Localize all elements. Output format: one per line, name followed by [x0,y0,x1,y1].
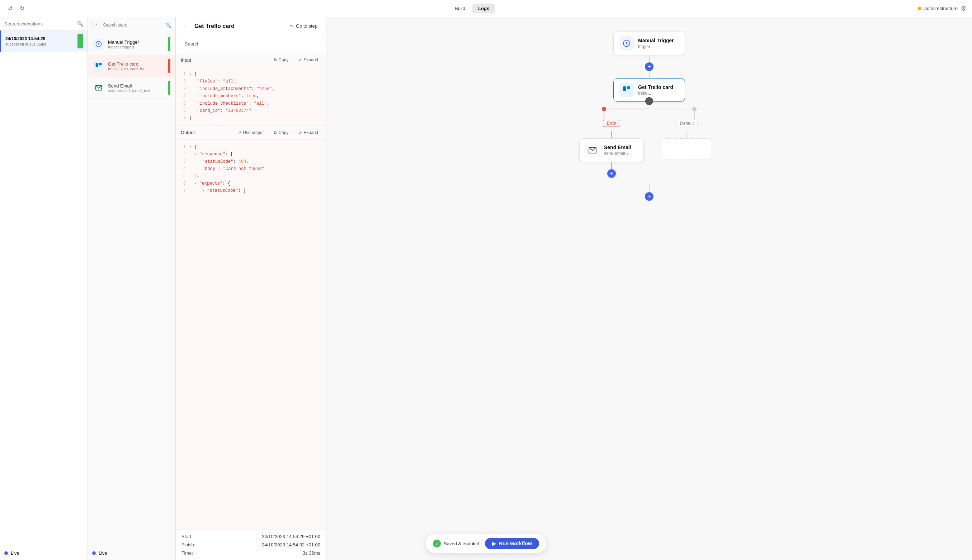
step-item-get-trello-card[interactable]: Get Trello card trello-1 (get_card_by... [88,55,175,77]
svg-rect-2 [99,63,102,66]
step-item-manual-trigger[interactable]: Manual Trigger trigger (trigger) [88,33,175,55]
node-info: Manual Trigger trigger [638,38,679,49]
svg-point-12 [692,107,696,111]
executions-footer: Live [0,546,87,560]
step-sub: trigger (trigger) [108,45,165,49]
settings-icon[interactable]: ⚙ [960,5,966,13]
manual-trigger-node[interactable]: Manual Trigger trigger [613,32,685,55]
meta-row-finish: Finish: 24/10/2023 14:54:32 +01:00 [182,542,320,547]
meta-val-finish: 24/10/2023 14:54:32 +01:00 [262,542,320,547]
build-tab[interactable]: Build [449,3,471,13]
email-node-icon [585,143,600,157]
collapse-steps-button[interactable]: ‹ [92,21,100,29]
connector-line [649,55,650,62]
branch-container: Error Send Email send-email-1 + [574,109,725,178]
code-line: 4 "body": "Card not found" [181,165,321,172]
add-step-button-1[interactable]: + [645,62,653,71]
trello-icon [93,60,104,72]
search-executions-icon: 🔍 [77,21,83,27]
step-status-bar [168,37,170,51]
meta-key-start: Start: [182,534,207,539]
live-dot-icon [92,552,96,555]
output-copy-button[interactable]: ⧉ Copy [271,129,291,137]
steps-header: ‹ 🔍 [88,17,175,33]
node-title: Manual Trigger [638,38,679,43]
search-executions-input[interactable] [4,21,74,27]
step-sub: trello-1 (get_card_by... [108,67,165,71]
main-content: 🔍 24/10/2023 14:54:29 successful in 33s … [0,17,972,560]
meta-section: Start: 24/10/2023 14:54:29 +01:00 Finish… [176,529,326,560]
node-sub: trigger [638,44,679,49]
run-label: Run workflow [499,541,532,547]
use-output-button[interactable]: ↗ Use output [235,129,267,137]
redo-button[interactable]: ↻ [18,3,27,13]
canvas-panel: Manual Trigger trigger + Get Trello card… [326,17,972,560]
saved-check-icon: ✓ [433,540,441,547]
code-line: 4 "include_members": true, [181,92,321,100]
node-title: Get Trello card [638,84,679,90]
top-bar-center: Build Logs [449,3,495,13]
code-line: 3 "include_attachments": "true", [181,85,321,92]
connector-line-bottom [649,185,650,192]
email-icon [93,82,104,93]
run-workflow-button[interactable]: ▶ Run workflow [485,538,539,549]
input-expand-button[interactable]: ⤢ Expand [296,56,321,64]
copy-label: Copy [278,130,288,135]
docs-badge: Docs restructure [918,6,958,11]
search-step-input[interactable] [103,23,163,28]
default-branch-label: Default [676,120,698,127]
output-expand-button[interactable]: ⤢ Expand [296,129,321,137]
detail-back-button[interactable]: ← [182,22,191,30]
undo-button[interactable]: ↺ [6,3,15,13]
live-label: Live [11,550,19,556]
output-label: Output [181,130,230,135]
expand-icon: ⤢ [299,130,302,135]
svg-rect-1 [96,63,99,67]
cursor-icon: ↖ [290,23,294,29]
input-code-area: 1 ▾ { 2 "fields": "all", 3 "include_atta… [176,67,326,126]
connector-line [649,71,650,78]
executions-panel: 🔍 24/10/2023 14:54:29 successful in 33s … [0,17,88,560]
meta-key-finish: Finish: [182,542,207,547]
add-step-button-bottom[interactable]: + [645,192,653,201]
expand-label: Expand [304,57,318,62]
steps-search: 🔍 [103,23,171,28]
step-status-bar [168,81,170,95]
logs-tab[interactable]: Logs [473,3,495,13]
search-step-icon: 🔍 [165,23,171,28]
error-branch-label: Error [603,120,621,127]
step-name: Get Trello card [108,61,165,67]
svg-rect-6 [627,87,630,89]
execution-indicator [77,34,83,48]
send-email-node[interactable]: Send Email send-email-1 [579,138,644,162]
meta-row-time: Time: 3s 36ms [182,550,320,556]
execution-item-info: 24/10/2023 14:54:29 successful in 33s 35… [5,36,74,46]
code-line: 7 ▾ "statusCode": [ [181,187,321,194]
top-bar: ↺ ↻ Build Logs Docs restructure ⚙ [0,0,972,17]
trello-node-icon [620,83,634,97]
input-copy-button[interactable]: ⧉ Copy [271,56,291,64]
output-code-area: 1 ▾ { 2 ▾ "response": { 3 "statusCode": … [176,140,326,529]
get-trello-card-node[interactable]: Get Trello card trello-1 − [613,78,685,102]
connector-bottom: + [645,185,653,201]
canvas-workflow: Manual Trigger trigger + Get Trello card… [574,32,725,201]
goto-step-label: Go to step [296,23,317,29]
meta-key-time: Time: [182,550,207,556]
branch-lines-svg [574,109,725,120]
add-step-button-error[interactable]: + [607,169,616,178]
detail-search-input[interactable] [181,39,321,49]
node-info: Get Trello card trello-1 [638,84,679,96]
expand-icon: ⤢ [299,57,302,62]
output-expand-label: Expand [304,130,318,135]
step-item-send-email[interactable]: Send Email send-email-1 (send_text... [88,77,175,99]
docs-label: Docs restructure [924,6,958,11]
execution-item[interactable]: 24/10/2023 14:54:29 successful in 33s 35… [0,30,87,52]
code-line: 2 ▾ "response": { [181,150,321,158]
copy-icon: ⧉ [274,57,277,62]
step-item-info: Manual Trigger trigger (trigger) [108,40,165,49]
trigger-node-icon [620,36,634,50]
remove-node-button[interactable]: − [645,97,653,105]
steps-footer: Live [88,546,175,560]
goto-step-button[interactable]: ↖ Go to step [287,22,320,30]
saved-label: Saved & enabled [444,541,479,547]
